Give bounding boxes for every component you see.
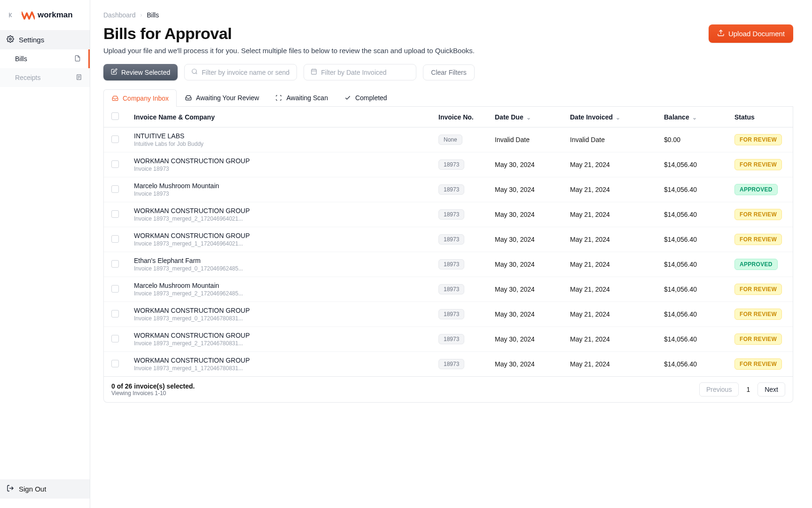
row-balance: $14,056.40 xyxy=(656,302,727,327)
filter-row: Review Selected Clear Filters xyxy=(103,64,793,80)
tab-company-inbox-label: Company Inbox xyxy=(123,95,169,102)
status-badge: FOR REVIEW xyxy=(734,134,782,145)
calendar-icon xyxy=(311,68,317,76)
invoice-number-badge: 18973 xyxy=(438,234,464,245)
user-inbox-icon xyxy=(185,94,192,102)
row-date-due: May 30, 2024 xyxy=(487,327,562,352)
row-checkbox[interactable] xyxy=(111,185,119,193)
table-row[interactable]: WORKMAN CONSTRUCTION GROUPInvoice 18973_… xyxy=(104,327,793,352)
row-balance: $14,056.40 xyxy=(656,352,727,377)
tab-company-inbox[interactable]: Company Inbox xyxy=(103,89,177,107)
invoice-number-badge: 18973 xyxy=(438,359,464,369)
table-row[interactable]: Ethan's Elephant FarmInvoice 18973_merge… xyxy=(104,252,793,277)
row-company: Marcelo Mushroom Mountain xyxy=(134,282,423,289)
row-checkbox[interactable] xyxy=(111,135,119,143)
row-balance: $14,056.40 xyxy=(656,152,727,177)
row-date-invoiced: May 21, 2024 xyxy=(562,227,656,252)
select-all-checkbox[interactable] xyxy=(111,112,119,120)
chevron-down-icon: ⌄ xyxy=(692,114,697,121)
col-header-invoice-no: Invoice No. xyxy=(431,107,487,127)
row-date-invoiced: May 21, 2024 xyxy=(562,177,656,202)
invoice-number-badge: 18973 xyxy=(438,209,464,220)
filter-date-wrap xyxy=(304,64,416,80)
row-date-invoiced: May 21, 2024 xyxy=(562,202,656,227)
col-header-date-due[interactable]: Date Due⌄ xyxy=(487,107,562,127)
receipt-icon xyxy=(76,74,83,81)
tabs: Company Inbox Awaiting Your Review Await… xyxy=(103,89,793,107)
svg-rect-10 xyxy=(312,69,317,74)
tab-awaiting-review[interactable]: Awaiting Your Review xyxy=(177,89,267,106)
main-content: Dashboard › Bills Bills for Approval Upl… xyxy=(90,0,812,508)
page-subtitle: Upload your file and we'll process it fo… xyxy=(103,47,793,55)
collapse-sidebar-icon[interactable] xyxy=(8,11,15,19)
table-row[interactable]: WORKMAN CONSTRUCTION GROUPInvoice 18973_… xyxy=(104,302,793,327)
col-header-date-invoiced[interactable]: Date Invoiced⌄ xyxy=(562,107,656,127)
upload-document-label: Upload Document xyxy=(728,30,785,38)
clear-filters-button[interactable]: Clear Filters xyxy=(423,64,474,80)
tab-awaiting-review-label: Awaiting Your Review xyxy=(196,94,259,102)
table-row[interactable]: INTUITIVE LABSIntuitive Labs for Job Bud… xyxy=(104,127,793,152)
tab-awaiting-scan-label: Awaiting Scan xyxy=(286,94,328,102)
row-company: WORKMAN CONSTRUCTION GROUP xyxy=(134,207,423,214)
prev-page-button[interactable]: Previous xyxy=(699,382,739,397)
table-row[interactable]: Marcelo Mushroom MountainInvoice 18973_m… xyxy=(104,277,793,302)
viewing-range: Viewing Invoices 1-10 xyxy=(111,390,195,397)
tab-awaiting-scan[interactable]: Awaiting Scan xyxy=(267,89,336,106)
row-checkbox[interactable] xyxy=(111,310,119,318)
signout-label: Sign Out xyxy=(19,485,46,493)
review-selected-button[interactable]: Review Selected xyxy=(103,64,178,80)
signout-button[interactable]: Sign Out xyxy=(0,479,90,499)
row-checkbox[interactable] xyxy=(111,285,119,293)
scan-icon xyxy=(275,94,282,102)
nav-receipts-label: Receipts xyxy=(15,74,40,81)
row-balance: $14,056.40 xyxy=(656,277,727,302)
row-date-invoiced: May 21, 2024 xyxy=(562,277,656,302)
row-checkbox[interactable] xyxy=(111,260,119,268)
nav-bills[interactable]: Bills xyxy=(0,49,90,68)
row-date-invoiced: May 21, 2024 xyxy=(562,352,656,377)
check-icon xyxy=(344,94,351,102)
row-checkbox[interactable] xyxy=(111,235,119,243)
table-row[interactable]: WORKMAN CONSTRUCTION GROUPInvoice 18973_… xyxy=(104,227,793,252)
pagination-info: 0 of 26 invoice(s) selected. Viewing Inv… xyxy=(111,382,195,397)
filter-date-input[interactable] xyxy=(321,69,409,76)
table-row[interactable]: WORKMAN CONSTRUCTION GROUPInvoice 18973_… xyxy=(104,202,793,227)
table-row[interactable]: WORKMAN CONSTRUCTION GROUPInvoice 189731… xyxy=(104,152,793,177)
breadcrumb-dashboard[interactable]: Dashboard xyxy=(103,11,136,19)
svg-point-8 xyxy=(192,69,196,73)
row-date-due: May 30, 2024 xyxy=(487,352,562,377)
invoice-table: Invoice Name & Company Invoice No. Date … xyxy=(104,107,793,376)
current-page: 1 xyxy=(742,386,754,393)
row-sub: Invoice 18973_merged_2_172046964021... xyxy=(134,215,423,222)
filter-name-input[interactable] xyxy=(202,69,290,76)
row-company: WORKMAN CONSTRUCTION GROUP xyxy=(134,357,423,364)
row-company: INTUITIVE LABS xyxy=(134,132,423,140)
edit-icon xyxy=(111,68,117,76)
row-sub: Invoice 18973_merged_0_172046962485... xyxy=(134,265,423,272)
row-checkbox[interactable] xyxy=(111,210,119,218)
review-selected-label: Review Selected xyxy=(121,69,170,76)
status-badge: FOR REVIEW xyxy=(734,309,782,320)
tab-completed[interactable]: Completed xyxy=(336,89,395,106)
status-badge: FOR REVIEW xyxy=(734,209,782,220)
table-row[interactable]: WORKMAN CONSTRUCTION GROUPInvoice 18973_… xyxy=(104,352,793,377)
nav-receipts[interactable]: Receipts xyxy=(0,68,90,87)
row-company: WORKMAN CONSTRUCTION GROUP xyxy=(134,157,423,165)
row-date-due: May 30, 2024 xyxy=(487,227,562,252)
row-checkbox[interactable] xyxy=(111,160,119,168)
pagination-controls: Previous 1 Next xyxy=(699,382,785,397)
row-sub: Invoice 18973_merged_1_172046964021... xyxy=(134,240,423,247)
row-checkbox[interactable] xyxy=(111,360,119,367)
nav-settings[interactable]: Settings xyxy=(0,30,90,49)
next-page-button[interactable]: Next xyxy=(757,382,785,397)
row-balance: $0.00 xyxy=(656,127,727,152)
upload-document-button[interactable]: Upload Document xyxy=(709,24,793,43)
row-checkbox[interactable] xyxy=(111,335,119,342)
row-date-due: May 30, 2024 xyxy=(487,277,562,302)
title-bar: Bills for Approval Upload Document xyxy=(103,24,793,43)
table-row[interactable]: Marcelo Mushroom MountainInvoice 1897318… xyxy=(104,177,793,202)
row-company: Marcelo Mushroom Mountain xyxy=(134,182,423,190)
col-header-balance[interactable]: Balance⌄ xyxy=(656,107,727,127)
sidebar-footer: Sign Out xyxy=(0,479,90,508)
status-badge: APPROVED xyxy=(734,259,778,270)
